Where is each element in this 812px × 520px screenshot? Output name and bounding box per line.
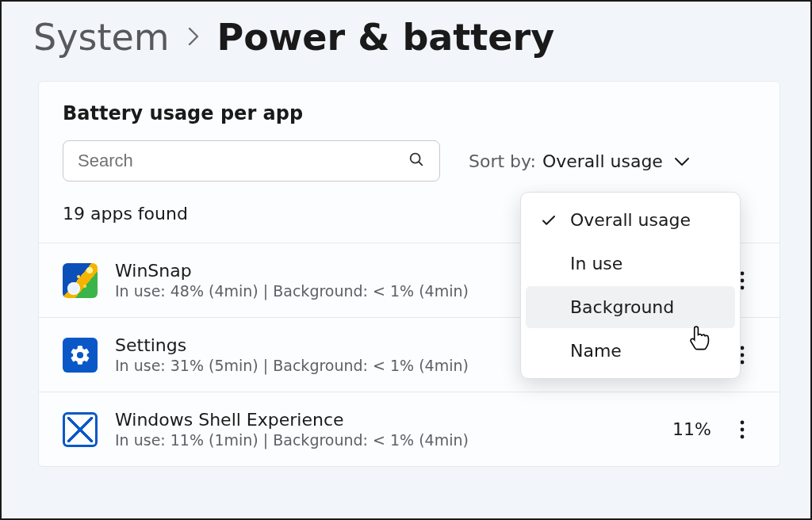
svg-point-9: [741, 434, 745, 438]
breadcrumb-parent[interactable]: System: [33, 16, 170, 59]
chevron-down-icon: [674, 151, 690, 171]
sort-by-dropdown[interactable]: Sort by: Overall usage: [469, 151, 690, 171]
app-name: Windows Shell Experience: [115, 410, 622, 430]
sort-option-overall-usage[interactable]: Overall usage: [526, 199, 735, 241]
svg-point-7: [741, 420, 745, 424]
app-icon: [63, 263, 98, 298]
page-title: Power & battery: [217, 16, 555, 59]
app-icon: [63, 412, 98, 447]
section-title: Battery usage per app: [39, 82, 779, 140]
chevron-right-icon: [187, 21, 200, 53]
svg-point-2: [741, 278, 745, 282]
sort-option-label: Background: [570, 297, 674, 317]
search-input-container[interactable]: [63, 140, 440, 182]
app-percent: 11%: [640, 419, 711, 439]
sort-label: Sort by:: [469, 151, 536, 171]
app-detail: In use: 11% (1min) | Background: < 1% (4…: [115, 431, 622, 449]
search-icon: [408, 151, 425, 171]
search-input[interactable]: [78, 151, 408, 171]
svg-point-5: [741, 353, 745, 357]
check-icon: [540, 214, 557, 227]
svg-point-1: [741, 271, 745, 275]
sort-value: Overall usage: [542, 151, 663, 171]
svg-point-3: [741, 285, 745, 289]
sort-option-in-use[interactable]: In use: [526, 243, 735, 285]
breadcrumb: System Power & battery: [2, 2, 810, 59]
svg-point-6: [741, 360, 745, 364]
svg-point-8: [741, 427, 745, 431]
svg-point-4: [741, 346, 745, 350]
sort-option-name[interactable]: Name: [526, 330, 735, 372]
app-icon: [63, 338, 98, 373]
svg-point-0: [411, 154, 420, 163]
sort-menu: Overall usage In use Background Name: [520, 192, 741, 379]
sort-option-background[interactable]: Background: [526, 286, 735, 328]
sort-option-label: Overall usage: [570, 210, 691, 230]
more-options-button[interactable]: [729, 419, 756, 440]
app-row-wse[interactable]: Windows Shell Experience In use: 11% (1m…: [39, 392, 779, 466]
sort-option-label: In use: [570, 254, 622, 273]
sort-option-label: Name: [570, 341, 622, 361]
